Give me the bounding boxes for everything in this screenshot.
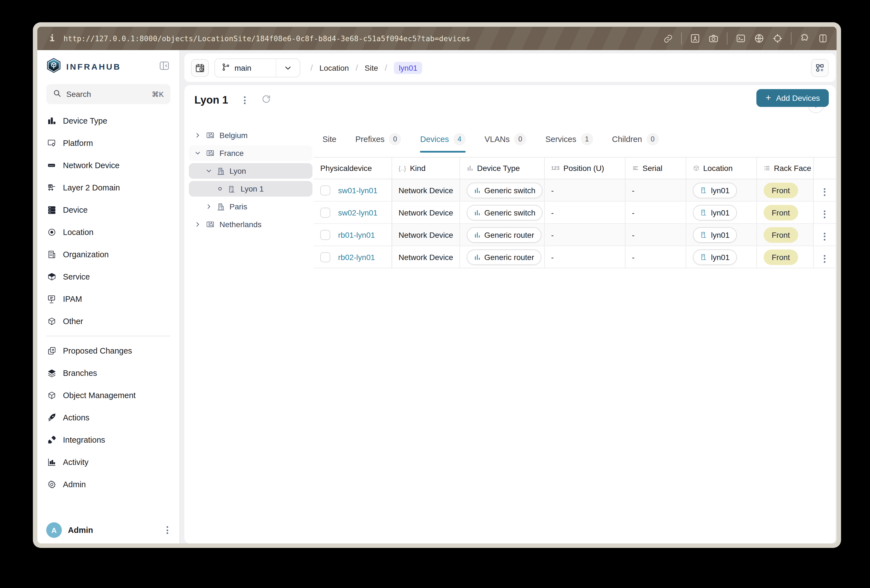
location-pill[interactable]: lyn01 xyxy=(693,227,737,243)
sidebar-item-label: Actions xyxy=(63,413,89,422)
sidebar-item-object-management[interactable]: Object Management xyxy=(37,384,179,406)
sidebar-item-organization[interactable]: Organization xyxy=(37,243,179,266)
column-header-kind[interactable]: {..}Kind xyxy=(392,157,459,179)
tree-item-france[interactable]: France xyxy=(189,145,313,161)
add-devices-button[interactable]: + Add Devices xyxy=(757,89,829,107)
row-checkbox[interactable] xyxy=(320,230,330,240)
user-menu[interactable]: A Admin xyxy=(37,522,179,538)
device-type-pill[interactable]: Generic switch xyxy=(466,182,543,198)
tab-services[interactable]: Services1 xyxy=(545,128,593,151)
device-type-pill[interactable]: Generic router xyxy=(466,227,541,243)
table-row[interactable]: rb02-lyn01 Network Device Generic router… xyxy=(314,246,836,268)
chevron-down-icon[interactable] xyxy=(206,168,212,174)
time-travel-button[interactable] xyxy=(191,59,209,77)
server-icon xyxy=(46,205,57,214)
tree-item-lyon1[interactable]: Lyon 1 xyxy=(189,181,313,196)
column-header-location[interactable]: Location xyxy=(686,157,756,179)
row-kebab-icon[interactable] xyxy=(822,253,828,265)
row-checkbox[interactable] xyxy=(320,185,330,195)
breadcrumb-item-location[interactable]: Location xyxy=(319,63,349,72)
split-view-icon[interactable] xyxy=(818,33,828,43)
row-checkbox[interactable] xyxy=(320,252,330,262)
column-header-rack-face[interactable]: Rack Face xyxy=(756,157,813,179)
puzzle-icon[interactable] xyxy=(800,33,810,43)
chevron-down-icon[interactable] xyxy=(276,59,300,77)
breadcrumb-item-site[interactable]: Site xyxy=(365,63,378,72)
git-branch-icon xyxy=(222,63,230,73)
sidebar-item-platform[interactable]: Platform xyxy=(37,132,179,154)
user-kebab-icon[interactable] xyxy=(164,524,170,536)
browser-url-bar[interactable]: i http://127.0.0.1:8000/objects/Location… xyxy=(37,27,837,50)
info-icon: i xyxy=(49,33,55,43)
crosshair-icon[interactable] xyxy=(773,33,782,43)
sidebar-item-layer2-domain[interactable]: Layer 2 Domain xyxy=(37,177,179,199)
sidebar-item-admin[interactable]: Admin xyxy=(37,473,179,496)
tree-item-belgium[interactable]: Belgium xyxy=(189,128,313,143)
bar-chart-icon xyxy=(474,254,480,260)
device-type-pill[interactable]: Generic router xyxy=(466,249,541,265)
tab-site[interactable]: Site xyxy=(322,128,337,151)
cell-kind: Network Device xyxy=(392,201,459,223)
table-row[interactable]: sw02-lyn01 Network Device Generic switch… xyxy=(314,201,836,223)
device-type-pill[interactable]: Generic switch xyxy=(466,205,543,220)
url-text[interactable]: http://127.0.0.1:8000/objects/LocationSi… xyxy=(64,34,470,43)
column-header-serial[interactable]: Serial xyxy=(625,157,686,179)
sidebar-item-other[interactable]: Other xyxy=(37,310,179,332)
branch-selector[interactable]: main xyxy=(215,58,301,77)
table-row[interactable]: sw01-lyn01 Network Device Generic switch… xyxy=(314,179,836,201)
device-link[interactable]: sw01-lyn01 xyxy=(338,186,378,195)
sidebar-item-location[interactable]: Location xyxy=(37,221,179,243)
row-kebab-icon[interactable] xyxy=(822,186,828,198)
image-icon[interactable] xyxy=(690,33,700,43)
refresh-icon[interactable] xyxy=(261,94,271,106)
numbers-icon: 123 xyxy=(551,165,560,171)
camera-icon[interactable] xyxy=(709,33,718,43)
breadcrumb-current[interactable]: lyn01 xyxy=(394,61,423,74)
device-link[interactable]: sw02-lyn01 xyxy=(338,208,378,217)
tree-item-lyon[interactable]: Lyon xyxy=(189,163,313,179)
cell-position: - xyxy=(544,223,625,246)
device-link[interactable]: rb01-lyn01 xyxy=(338,230,375,239)
sidebar-item-network-device[interactable]: Network Device xyxy=(37,154,179,177)
location-pill[interactable]: lyn01 xyxy=(693,205,737,220)
breadcrumb-slash: / xyxy=(310,63,313,72)
collapse-sidebar-icon[interactable] xyxy=(158,60,170,73)
location-pill[interactable]: lyn01 xyxy=(693,249,737,265)
column-header-device-type[interactable]: Device Type xyxy=(459,157,544,179)
sidebar-item-proposed-changes[interactable]: Proposed Changes xyxy=(37,339,179,362)
row-kebab-icon[interactable] xyxy=(822,208,828,220)
tab-devices[interactable]: Devices4 xyxy=(420,128,466,151)
sidebar-item-branches[interactable]: Branches xyxy=(37,362,179,384)
table-row[interactable]: rb01-lyn01 Network Device Generic router… xyxy=(314,223,836,246)
tree-item-netherlands[interactable]: Netherlands xyxy=(189,217,313,232)
schema-visualizer-button[interactable] xyxy=(811,59,829,77)
location-pill[interactable]: lyn01 xyxy=(693,182,737,198)
sidebar-item-activity[interactable]: Activity xyxy=(37,451,179,473)
chevron-down-icon[interactable] xyxy=(194,150,201,156)
sidebar-item-ipam[interactable]: IP IPAM xyxy=(37,288,179,310)
search-input[interactable]: Search ⌘K xyxy=(46,84,170,104)
chevron-right-icon[interactable] xyxy=(206,204,212,209)
device-link[interactable]: rb02-lyn01 xyxy=(338,253,375,261)
globe-icon[interactable] xyxy=(754,33,764,43)
tab-vlans[interactable]: VLANs0 xyxy=(484,128,526,151)
tab-prefixes[interactable]: Prefixes0 xyxy=(355,128,401,151)
list-icon xyxy=(763,165,770,171)
chevron-right-icon[interactable] xyxy=(194,222,201,227)
building-icon xyxy=(46,250,57,259)
chevron-right-icon[interactable] xyxy=(194,132,201,138)
tab-children[interactable]: Children0 xyxy=(612,128,658,151)
page-kebab-icon[interactable] xyxy=(241,94,247,106)
sidebar-item-actions[interactable]: Actions xyxy=(37,406,179,429)
sidebar-item-integrations[interactable]: Integrations xyxy=(37,429,179,451)
terminal-icon[interactable] xyxy=(736,33,746,43)
sidebar-item-device[interactable]: Device xyxy=(37,199,179,221)
link-icon[interactable] xyxy=(663,34,673,43)
tree-item-paris[interactable]: Paris xyxy=(189,199,313,214)
row-checkbox[interactable] xyxy=(320,207,330,217)
column-header-position[interactable]: 123Position (U) xyxy=(544,157,625,179)
sidebar-item-device-type[interactable]: Device Type xyxy=(37,110,179,132)
sidebar-item-service[interactable]: Service xyxy=(37,266,179,288)
row-kebab-icon[interactable] xyxy=(822,230,828,243)
column-header-physicaldevice[interactable]: Physicaldevice xyxy=(314,157,392,179)
